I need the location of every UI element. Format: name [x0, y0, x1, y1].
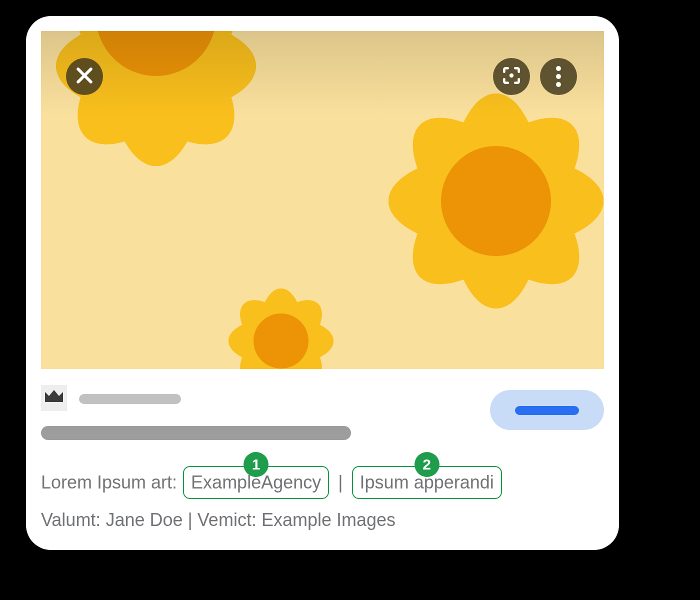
- image-credits: Lorem Ipsum art: 1ExampleAgency | 2Ipsum…: [41, 466, 604, 534]
- credit-value: Example Images: [262, 510, 396, 530]
- flower-illustration: [181, 241, 381, 369]
- callout-2: 2Ipsum apperandi: [352, 466, 502, 499]
- credit-separator: |: [182, 510, 197, 530]
- credits-line-1: Lorem Ipsum art: 1ExampleAgency | 2Ipsum…: [41, 466, 604, 499]
- title-placeholder: [41, 426, 351, 440]
- credit-prefix: Lorem Ipsum art:: [41, 472, 182, 492]
- credit-label: Vemict:: [198, 510, 262, 530]
- close-button[interactable]: [66, 58, 103, 95]
- more-vertical-icon: [556, 74, 561, 79]
- hero-image: [41, 31, 604, 369]
- credit-separator: |: [333, 472, 348, 492]
- more-options-button[interactable]: [540, 58, 577, 95]
- callout-badge: 1: [244, 452, 268, 477]
- svg-point-2: [510, 74, 514, 78]
- credit-label: Valumt:: [41, 510, 106, 530]
- source-favicon: [41, 385, 67, 411]
- crown-icon: [44, 389, 64, 407]
- lens-search-button[interactable]: [493, 58, 530, 95]
- action-pill-button[interactable]: [490, 390, 604, 430]
- source-name-placeholder: [79, 394, 181, 404]
- callout-badge: 2: [414, 452, 440, 477]
- callout-1: 1ExampleAgency: [183, 466, 329, 499]
- credit-value: Jane Doe: [106, 510, 182, 530]
- close-icon: [74, 64, 96, 88]
- lens-icon: [500, 64, 522, 88]
- image-viewer-card: Lorem Ipsum art: 1ExampleAgency | 2Ipsum…: [26, 16, 619, 550]
- credits-line-2: Valumt: Jane Doe | Vemict: Example Image…: [41, 506, 604, 534]
